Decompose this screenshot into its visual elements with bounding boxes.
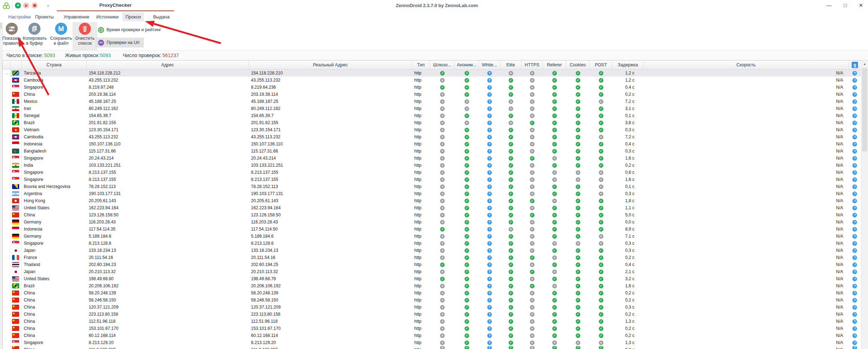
header-gateway[interactable]: Шлюзо... [430, 61, 455, 69]
header-anonymity[interactable]: Аноним... [455, 61, 479, 69]
cell-real-address: 20.205.61.143 [249, 197, 412, 204]
table-row[interactable]: Hong Kong20.205.61.14320.205.61.143http1… [3, 197, 861, 204]
table-row[interactable]: China58.246.58.15058.246.58.150http0,2 с… [3, 297, 861, 304]
header-speed[interactable]: Скорость [644, 61, 849, 69]
tab-projects[interactable]: Проекты [32, 12, 57, 21]
header-country[interactable]: Страна [22, 61, 87, 69]
header-real-address[interactable]: Реальный Адрес [249, 61, 412, 69]
cell-speed: N/A [644, 233, 849, 240]
cell-delay: 1,6 с [612, 155, 644, 162]
proxychecker-project-tab[interactable]: ProxyChecker [57, 0, 174, 10]
table-row[interactable]: Vietnam123.30.154.171123.30.154.171http0… [3, 126, 861, 133]
table-row[interactable]: China60.12.168.11460.12.168.114http0,2 с… [3, 332, 861, 339]
header-post[interactable]: POST [590, 61, 612, 69]
play-button[interactable] [23, 2, 29, 9]
scrollbar-thumb[interactable] [862, 68, 867, 151]
tab-management[interactable]: Управление [60, 12, 92, 21]
tab-sources[interactable]: Источники [93, 12, 122, 21]
header-referer[interactable]: Referer [543, 61, 566, 69]
header-whitelist[interactable]: White... [479, 61, 500, 69]
table-row[interactable]: China123.126.158.50123.126.158.50http5,0… [3, 211, 861, 218]
table-row[interactable]: China203.19.38.114203.19.38.114http0,2 с… [3, 91, 861, 98]
table-row[interactable]: United States198.49.68.80198.49.68.79htt… [3, 275, 861, 282]
table-row[interactable]: China153.101.67.170153.101.67.170http0,2… [3, 325, 861, 332]
table-row[interactable]: Singapore8.213.137.1558.213.137.155http0… [3, 169, 861, 176]
show-rules-button[interactable]: Показать правила [0, 23, 23, 46]
status-anonymity-icon [465, 326, 469, 331]
cell-address: 80.249.112.162 [87, 105, 249, 112]
tab-output[interactable]: Выдача [150, 12, 173, 21]
header-delay[interactable]: Задержка [612, 61, 644, 69]
table-row[interactable]: Brazil201.91.82.155201.91.82.155http3,6 … [3, 119, 861, 126]
stop-button[interactable] [32, 2, 38, 9]
close-button[interactable]: ✕ [855, 0, 867, 11]
cell-delay: 0,4 с [612, 261, 644, 268]
maximize-button[interactable]: □ [840, 0, 851, 11]
country-flag-icon [12, 120, 19, 125]
table-row[interactable]: →Tanzania154.118.228.212154.118.228.210h… [3, 70, 861, 77]
header-https[interactable]: HTTPS [521, 61, 543, 69]
cell-type: http [412, 140, 430, 148]
table-row[interactable]: China58.20.248.13958.20.248.139http0,2 с… [3, 289, 861, 297]
table-row[interactable]: China120.37.121.209120.37.121.209http0,3… [3, 304, 861, 311]
table-row[interactable]: Mexico45.188.167.2545.188.167.25http7,2 … [3, 98, 861, 105]
header-elite[interactable]: Elite [500, 61, 521, 69]
table-row[interactable]: Brazil20.206.106.19220.206.106.192http1,… [3, 282, 861, 289]
table-row[interactable]: Bangladesh115.127.31.66115.127.31.66http… [3, 148, 861, 155]
table-row[interactable]: Argentina190.103.177.131190.103.177.131h… [3, 190, 861, 197]
url-checks-toggle[interactable]: URL Проверки на Url [95, 38, 144, 48]
check-time-rating-toggle[interactable]: Время проверки и рейтинг [98, 25, 161, 35]
cell-delay: 0,2 с [612, 91, 644, 98]
table-row[interactable]: China111.3.183.237111.3.183.237http0,2 с… [3, 346, 861, 349]
table-row[interactable]: Senegal154.65.39.7154.65.39.7http0,1 сN/… [3, 112, 861, 119]
minimize-button[interactable]: — [823, 0, 835, 11]
header-address[interactable]: Адрес [87, 61, 249, 69]
table-row[interactable]: Cambodia43.255.113.23243.255.113.232http… [3, 133, 861, 140]
status-https-icon [530, 234, 535, 239]
header-type[interactable]: Тип [412, 61, 430, 69]
table-row[interactable]: Singapore8.213.128.68.213.128.6http0,3 с… [3, 240, 861, 247]
scrollbar-up-icon[interactable] [861, 61, 868, 67]
table-row[interactable]: Germany5.189.184.65.189.184.6http7,1 сN/… [3, 233, 861, 240]
status-elite-icon [509, 99, 513, 104]
table-row[interactable]: Singapore8.213.129.208.213.129.20http1,3… [3, 339, 861, 346]
add-project-button[interactable]: + [15, 2, 21, 9]
table-row[interactable]: Germany116.203.28.43116.203.28.43http0,0… [3, 218, 861, 226]
table-row[interactable]: Singapore8.213.137.1558.213.137.155http1… [3, 176, 861, 183]
table-row[interactable]: Indonesia117.54.114.35117.54.114.50http8… [3, 226, 861, 233]
chevrons-more-icon[interactable]: » [47, 0, 50, 11]
table-row[interactable]: Indonesia150.107.136.110150.107.136.110h… [3, 140, 861, 148]
tab-proxy[interactable]: Прокси [122, 12, 144, 21]
cell-delay: 1,2 с [612, 70, 644, 77]
copy-to-clipboard-button[interactable]: Копировать в буфер [23, 23, 46, 46]
table-row[interactable]: Singapore20.24.43.21420.24.43.214http1,6… [3, 155, 861, 162]
header-google[interactable]: g [849, 61, 861, 69]
table-row[interactable]: Cambodia43.255.113.23243.255.113.232http… [3, 77, 861, 84]
tab-settings[interactable]: Настройки [5, 12, 34, 21]
cell-delay: 0,3 с [612, 126, 644, 133]
cell-country: Bosnia and Herzegovina [22, 183, 87, 190]
clear-list-button[interactable]: Очистить список [73, 23, 97, 46]
table-row[interactable]: Bosnia and Herzegovina78.28.152.11378.28… [3, 183, 861, 190]
cell-country: China [22, 346, 87, 349]
table-row[interactable]: France20.111.54.1620.111.54.16http0,2 сN… [3, 254, 861, 261]
cell-type: http [412, 169, 430, 176]
table-row[interactable]: United States162.223.94.164162.223.94.16… [3, 204, 861, 211]
status-cookies-icon [576, 149, 580, 154]
save-to-file-button[interactable]: Сохранить в файл [49, 23, 73, 46]
table-row[interactable]: Singapore8.219.97.2488.219.64.236http0,4… [3, 84, 861, 91]
status-anonymity-icon [465, 284, 469, 288]
status-referer-icon [552, 277, 557, 281]
table-row[interactable]: China112.51.96.118112.51.96.118http1,3 с… [3, 318, 861, 325]
table-row[interactable]: Japan20.210.113.3220.210.113.32http2,1 с… [3, 268, 861, 275]
cell-delay: 0,3 с [612, 148, 644, 155]
status-whitelist-icon [487, 135, 492, 139]
header-cookies[interactable]: Cookies [566, 61, 590, 69]
table-row[interactable]: Thailand202.60.194.23202.60.194.25http0,… [3, 261, 861, 268]
table-row[interactable]: Iran80.249.112.16280.249.112.162http3,1 … [3, 105, 861, 112]
table-row[interactable]: China223.113.80.158223.113.80.158http0,2… [3, 311, 861, 318]
vertical-scrollbar[interactable] [861, 60, 868, 349]
table-row[interactable]: India103.133.221.251103.133.221.251http0… [3, 162, 861, 169]
table-row[interactable]: Japan133.18.234.13133.18.234.13http0,3 с… [3, 247, 861, 254]
row-indicator [3, 98, 10, 105]
